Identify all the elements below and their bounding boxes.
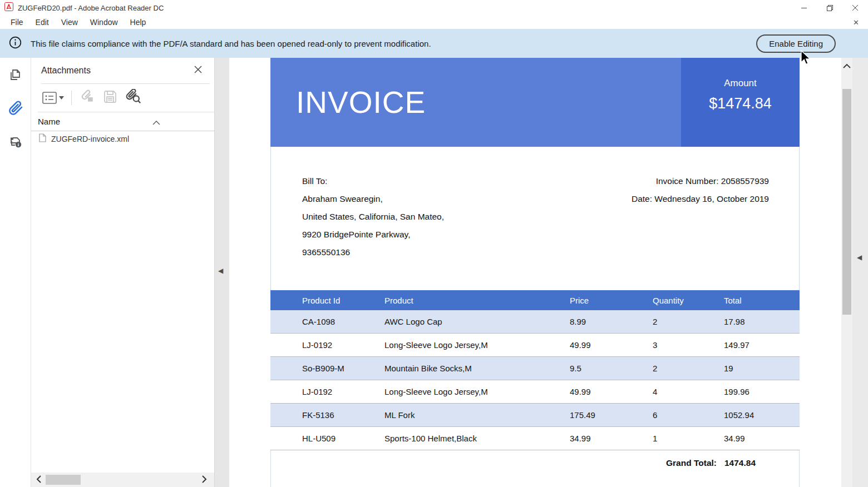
- acrobat-icon: [4, 2, 13, 13]
- menu-help[interactable]: Help: [124, 18, 152, 27]
- restore-icon[interactable]: [817, 0, 842, 16]
- file-icon: [39, 133, 46, 145]
- title-bar: ZUGFeRD20.pdf - Adobe Acrobat Reader DC: [0, 0, 868, 16]
- invoice-date: Date: Wednesday 16, October 2019: [632, 190, 769, 208]
- invoice-header: INVOICE Amount $1474.84: [270, 58, 800, 147]
- attachment-file-row[interactable]: ZUGFeRD-invoice.xml: [31, 131, 214, 147]
- scroll-right-icon[interactable]: [202, 475, 207, 485]
- attachments-panel-title: Attachments: [41, 66, 91, 76]
- grand-total-row: Grand Total: 1474.84: [270, 450, 800, 487]
- window-title: ZUGFeRD20.pdf - Adobe Acrobat Reader DC: [18, 4, 164, 12]
- amount-label: Amount: [724, 78, 757, 89]
- navigation-icon-strip: i: [0, 58, 31, 487]
- billto-region: United States, California, San Mateo,: [302, 208, 444, 226]
- minimize-icon[interactable]: [791, 0, 817, 16]
- invoice-amount-box: Amount $1474.84: [681, 58, 800, 147]
- panel-collapse-strip[interactable]: ◀: [215, 58, 229, 487]
- table-row: LJ-0192Long-Sleeve Logo Jersey,M49.99419…: [270, 380, 800, 404]
- invoice-number: Invoice Number: 2058557939: [632, 172, 769, 190]
- table-row: So-B909-MMountain Bike Socks,M9.5219: [270, 357, 800, 380]
- document-view: INVOICE Amount $1474.84 Bill To: Abraham…: [229, 58, 841, 487]
- open-attachment-icon[interactable]: [79, 90, 96, 106]
- invoice-title: INVOICE: [296, 85, 426, 120]
- attachments-name-header[interactable]: Name: [31, 112, 214, 131]
- close-icon[interactable]: [842, 0, 868, 16]
- info-icon: [9, 36, 22, 51]
- billto-name: Abraham Swearegin,: [302, 190, 444, 208]
- scroll-up-icon[interactable]: [843, 61, 851, 71]
- mouse-cursor: [800, 50, 811, 68]
- billto-phone: 9365550136: [302, 244, 444, 261]
- enable-editing-button[interactable]: Enable Editing: [756, 34, 836, 53]
- table-row: FK-5136ML Fork175.4961052.94: [270, 404, 800, 427]
- options-menu-icon[interactable]: [42, 92, 64, 104]
- pdfa-notification-bar: This file claims compliance with the PDF…: [0, 29, 868, 58]
- attachments-toolbar: [31, 84, 214, 112]
- invoice-billto-section: Bill To: Abraham Swearegin, United State…: [270, 147, 800, 290]
- pdf-page: INVOICE Amount $1474.84 Bill To: Abraham…: [270, 58, 800, 487]
- expand-right-panel-icon[interactable]: ◀: [857, 254, 862, 261]
- vertical-scrollbar[interactable]: [841, 58, 852, 487]
- collapse-panel-left-icon[interactable]: ◀: [218, 267, 223, 275]
- right-panel-gutter: ◀: [852, 58, 868, 487]
- menu-edit[interactable]: Edit: [29, 18, 55, 27]
- sort-ascending-icon: [152, 117, 160, 127]
- table-row: LJ-0192Long-Sleeve Logo Jersey,M49.99314…: [270, 334, 800, 357]
- table-row: HL-U509Sports-100 Helmet,Black34.99134.9…: [270, 427, 800, 450]
- col-quantity: Quantity: [653, 296, 724, 305]
- grand-total-value: 1474.84: [724, 458, 799, 487]
- col-product: Product: [384, 296, 570, 305]
- page-thumbnails-icon[interactable]: [8, 67, 23, 82]
- col-product-id: Product Id: [302, 296, 384, 305]
- table-row: CA-1098AWC Logo Cap8.99217.98: [270, 310, 800, 334]
- attachments-close-icon[interactable]: [194, 65, 202, 76]
- menu-file[interactable]: File: [4, 18, 29, 27]
- notification-message: This file claims compliance with the PDF…: [31, 39, 431, 48]
- menu-window[interactable]: Window: [84, 18, 124, 27]
- name-column-label: Name: [38, 117, 60, 126]
- billto-street: 9920 BridgePointe Parkway,: [302, 226, 444, 244]
- menu-view[interactable]: View: [55, 18, 84, 27]
- grand-total-label: Grand Total:: [303, 458, 724, 487]
- attachment-file-name: ZUGFeRD-invoice.xml: [51, 135, 129, 143]
- menu-bar: File Edit View Window Help ✕: [0, 16, 868, 29]
- attachments-paperclip-icon[interactable]: [8, 100, 23, 116]
- col-total: Total: [724, 296, 800, 305]
- search-attachments-icon[interactable]: [125, 89, 141, 107]
- model-tree-info-icon[interactable]: i: [8, 133, 23, 149]
- invoice-table-header: Product Id Product Price Quantity Total: [270, 290, 800, 310]
- scroll-left-icon[interactable]: [36, 475, 41, 485]
- horizontal-scrollbar[interactable]: [31, 473, 214, 487]
- attachments-panel: Attachments Name: [31, 58, 215, 487]
- vertical-scroll-thumb[interactable]: [842, 89, 851, 315]
- horizontal-scroll-thumb[interactable]: [46, 475, 81, 485]
- billto-label: Bill To:: [302, 172, 444, 190]
- col-price: Price: [570, 296, 653, 305]
- document-close-icon[interactable]: ✕: [850, 18, 862, 27]
- toolbar-divider: [71, 91, 72, 105]
- save-attachment-icon[interactable]: [103, 90, 117, 106]
- amount-value: $1474.84: [709, 95, 772, 112]
